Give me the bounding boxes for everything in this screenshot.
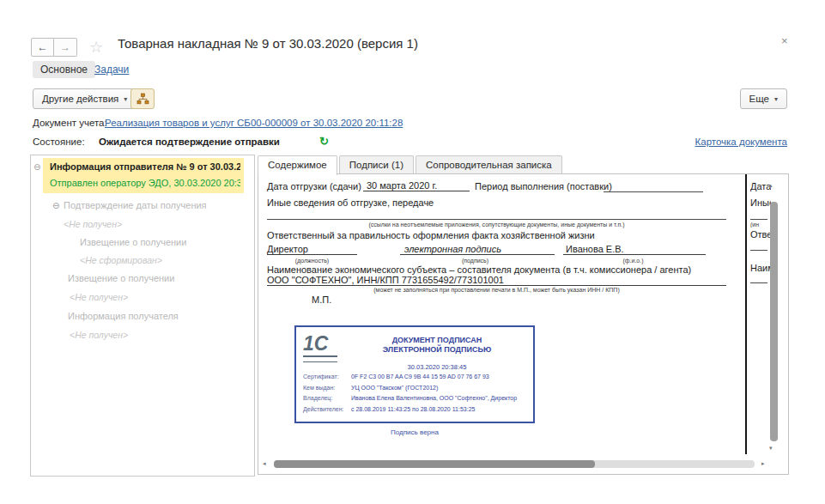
stamp-row-issuer: Кем выдан: УЦ ООО "Такском" (ГОСТ2012) (303, 384, 528, 392)
fio-caption: (ф.и.о.) (563, 258, 703, 264)
status-label: Состояние: (33, 137, 85, 147)
document-card-link[interactable]: Карточка документа (695, 137, 787, 147)
history-nav: ← → (31, 38, 77, 57)
ship-date-value: 30 марта 2020 г. (363, 180, 470, 191)
scroll-right-icon[interactable]: ▸ (761, 460, 765, 467)
tab-main[interactable]: Основное (33, 61, 95, 78)
1c-logo-swoosh (303, 355, 337, 362)
tree-item-status: Отправлен оператору ЭДО, 30.03.2020 20:3… (50, 178, 240, 188)
stamp-title-line2: ЭЛЕКТРОННОЙ ПОДПИСЬЮ (346, 345, 528, 355)
stamp-details: Сертификат: 0F F2 C3 00 B7 AA C9 9B 44 1… (303, 373, 528, 416)
more-button[interactable]: Еще ▾ (740, 88, 787, 109)
signature-value: электронная подпись (400, 244, 555, 255)
stamp-row-certificate: Сертификат: 0F F2 C3 00 B7 AA C9 9B 44 1… (303, 373, 528, 380)
edo-document-window: × ← → ☆ Товарная накладная № 9 от 30.03.… (0, 0, 825, 504)
position-caption: (должность) (267, 258, 357, 264)
scroll-down-icon[interactable]: ▾ (769, 445, 773, 452)
tree-item-label: Информация отправителя № 9 от 30.03.2020 (50, 161, 240, 172)
collapse-icon[interactable]: ⊖ (52, 201, 59, 210)
tab-tasks[interactable]: Задачи (94, 64, 129, 76)
accounting-doc-link[interactable]: Реализация товаров и услуг СБ00-000009 о… (105, 118, 403, 128)
clipped-text: Отве (750, 229, 771, 240)
edo-exchange-button[interactable] (130, 88, 155, 109)
rule (750, 250, 767, 251)
tab-content[interactable]: Содержимое (258, 155, 337, 175)
vertical-scrollbar[interactable] (770, 202, 778, 441)
stamp-row-label: Владелец: (303, 394, 351, 402)
ship-date-label: Дата отгрузки (сдачи) (267, 181, 361, 191)
stamp-title: ДОКУМЕНТ ПОДПИСАН ЭЛЕКТРОННОЙ ПОДПИСЬЮ (346, 336, 528, 355)
page-title: Товарная накладная № 9 от 30.03.2020 (ве… (118, 36, 418, 51)
tree-item-receipt-notice[interactable]: Извещение о получении (68, 273, 174, 283)
1c-logo: 1С (303, 334, 337, 362)
tree-item-sender-info[interactable]: Информация отправителя № 9 от 30.03.2020… (43, 158, 244, 193)
signature-verdict: Подпись верна (294, 428, 535, 436)
collapse-icon[interactable]: ⊖ (33, 162, 40, 172)
scroll-up-icon[interactable]: ▴ (769, 182, 773, 189)
chevron-down-icon: ▾ (124, 95, 127, 103)
chevron-down-icon: ▾ (774, 95, 778, 103)
tree-item-date-confirmation[interactable]: Подтверждение даты получения (64, 200, 207, 210)
horizontal-scrollbar-track[interactable] (274, 460, 755, 468)
clipped-text: Дата (750, 181, 771, 191)
favorite-star-icon[interactable]: ☆ (89, 38, 103, 57)
org-chart-icon (136, 93, 149, 105)
stamp-title-line1: ДОКУМЕНТ ПОДПИСАН (346, 336, 528, 345)
rule (750, 282, 767, 283)
stamp-row-value: с 28.08.2019 11:43:25 по 28.08.2020 11:5… (351, 405, 528, 413)
stamp-row-label: Сертификат: (303, 373, 351, 380)
stamp-row-value: УЦ ООО "Такском" (ГОСТ2012) (351, 384, 528, 392)
stamp-row-value: Иванова Елена Валентиновна, ООО "Софтехн… (351, 394, 528, 402)
tree-item-not-received[interactable]: <Не получен> (70, 330, 128, 340)
period-label: Период выполнения (поставки) (475, 181, 612, 191)
responsible-line: Ответственный за правильность оформления… (267, 230, 595, 240)
tree-item-not-received[interactable]: <Не получен> (64, 219, 122, 229)
entity-value: ООО "СОФТЕХНО", ИНН/КПП 7731655492/77310… (267, 275, 726, 286)
period-underline (604, 191, 703, 192)
clipped-text: Наим (750, 263, 771, 273)
clipped-text: Иные (750, 197, 771, 208)
stamp-datetime: 30.03.2020 20:38:45 (346, 363, 528, 371)
page-divider (745, 174, 747, 454)
scroll-left-icon[interactable]: ◂ (263, 460, 266, 467)
more-label: Еще (749, 94, 769, 104)
refresh-icon[interactable]: ↻ (319, 135, 329, 148)
tree-item-not-received[interactable]: <Не получен> (70, 292, 128, 302)
rule (267, 219, 726, 220)
position-value: Директор (267, 244, 357, 255)
stamp-row-validity: Действителен: с 28.08.2019 11:43:25 по 2… (303, 405, 528, 413)
tree-item-receipt-notice[interactable]: Извещение о получении (80, 237, 186, 247)
stamp-row-value: 0F F2 C3 00 B7 AA C9 9B 44 15 59 AD 07 7… (351, 373, 528, 380)
tree-item-not-formed[interactable]: <Не сформирован> (80, 255, 162, 265)
stamp-place-label: М.П. (312, 295, 331, 305)
1c-logo-text: 1С (303, 332, 328, 355)
tree-item-receiver-info[interactable]: Информация получателя (68, 311, 179, 321)
stamp-row-label: Действителен: (303, 405, 351, 413)
entity-caption: (может не заполняться при проставлении п… (267, 287, 726, 293)
tab-cover-note[interactable]: Сопроводительная записка (416, 155, 562, 173)
accounting-doc-label: Документ учета: (33, 118, 107, 128)
rule (750, 219, 767, 220)
content-tabs: Содержимое Подписи (1) Сопроводительная … (258, 155, 562, 173)
entity-line: Наименование экономического субъекта – с… (267, 264, 691, 275)
status-value: Ожидается подтверждение отправки (99, 137, 280, 147)
stamp-row-label: Кем выдан: (303, 384, 351, 392)
other-info-line: Иные сведения об отгрузке, передаче (267, 197, 434, 208)
forward-button[interactable]: → (54, 38, 77, 57)
tab-signatures[interactable]: Подписи (1) (339, 155, 414, 173)
close-icon[interactable]: × (781, 34, 788, 47)
document-preview[interactable]: Дата отгрузки (сдачи) 30 марта 2020 г. П… (258, 173, 789, 475)
other-actions-button[interactable]: Другие действия ▾ (33, 88, 136, 109)
signature-stamp: 1С ДОКУМЕНТ ПОДПИСАН ЭЛЕКТРОННОЙ ПОДПИСЬ… (294, 325, 535, 423)
edo-stages-tree: ⊖ Информация отправителя № 9 от 30.03.20… (30, 155, 255, 477)
horizontal-scrollbar-thumb[interactable] (274, 460, 595, 468)
clipped-caption: (ин (750, 222, 767, 228)
fio-value: Иванова Е.В. (563, 244, 706, 255)
stamp-row-owner: Владелец: Иванова Елена Валентиновна, ОО… (303, 394, 528, 402)
signature-caption: (подпись) (400, 258, 550, 264)
back-button[interactable]: ← (31, 38, 54, 57)
links-caption: (ссылки на неотъемлемые приложения, сопу… (267, 222, 726, 228)
other-actions-label: Другие действия (42, 94, 118, 104)
